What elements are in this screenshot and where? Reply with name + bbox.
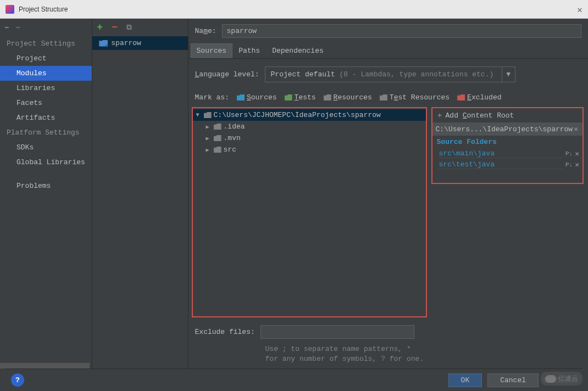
- sidebar-item-artifacts[interactable]: Artifacts: [0, 110, 92, 125]
- sidebar-item-modules[interactable]: Modules: [0, 66, 92, 81]
- tree-item-mvn[interactable]: ▶ .mvn: [193, 132, 426, 144]
- help-button[interactable]: ?: [11, 373, 24, 387]
- remove-folder-icon[interactable]: ✕: [574, 160, 580, 169]
- module-tabs: Sources Paths Dependencies: [188, 43, 588, 59]
- tree-label: .mvn: [224, 134, 241, 142]
- source-folders-header: Source Folders: [432, 136, 583, 148]
- section-platform-settings: Platform Settings: [0, 125, 92, 140]
- resources-folder-icon: [324, 94, 331, 100]
- tests-folder-icon: [285, 94, 292, 100]
- exclude-files-label: Exclude files:: [195, 328, 255, 336]
- mark-as-label: Mark as:: [195, 93, 229, 102]
- module-folder-icon: [99, 40, 108, 47]
- section-project-settings: Project Settings: [0, 36, 92, 51]
- scrollbar[interactable]: [0, 363, 90, 368]
- mark-excluded-button[interactable]: Excluded: [457, 93, 501, 102]
- plus-icon: ＋: [436, 110, 443, 120]
- test-resources-folder-icon: [380, 94, 387, 100]
- tab-dependencies[interactable]: Dependencies: [266, 43, 330, 58]
- app-icon: [5, 5, 14, 14]
- content-root-row[interactable]: C:\Users...\IdeaProjects\sparrow ✕: [432, 122, 583, 136]
- folder-icon: [214, 135, 221, 141]
- exclude-files-input[interactable]: [260, 325, 414, 339]
- excluded-folder-icon: [457, 94, 465, 100]
- remove-folder-icon[interactable]: ✕: [574, 149, 580, 158]
- add-content-root-label: Add Content Root: [446, 111, 514, 120]
- content-root-path: C:\Users...\IdeaProjects\sparrow: [436, 125, 573, 133]
- add-content-root-button[interactable]: ＋ Add Content Root: [432, 108, 583, 122]
- folder-icon: [214, 124, 221, 130]
- sidebar-item-facets[interactable]: Facets: [0, 96, 92, 110]
- close-icon[interactable]: ✕: [577, 4, 583, 15]
- exclude-hint: Use ; to separate name patterns, * for a…: [188, 344, 588, 368]
- sidebar-item-project[interactable]: Project: [0, 51, 92, 66]
- module-list: + − ⧉ sparrow: [92, 19, 188, 368]
- name-input[interactable]: [222, 24, 581, 38]
- folder-icon: [214, 147, 221, 153]
- language-level-value: Project default: [271, 70, 340, 79]
- copy-module-icon[interactable]: ⧉: [126, 23, 132, 32]
- source-folder-label: src\main\java: [439, 149, 562, 158]
- sources-folder-icon: [237, 94, 245, 100]
- language-level-select[interactable]: Project default (8 - Lambdas, type annot…: [265, 66, 515, 82]
- mark-resources-button[interactable]: Resources: [324, 93, 372, 102]
- nav-back-icon[interactable]: ⬅: [4, 23, 9, 32]
- tree-item-src[interactable]: ▶ src: [193, 144, 426, 155]
- caret-right-icon[interactable]: ▶: [206, 147, 212, 153]
- sidebar-item-libraries[interactable]: Libraries: [0, 81, 92, 96]
- source-tree: ▼ C:\Users\JCJHOMEPC\IdeaProjects\sparro…: [192, 107, 427, 317]
- watermark: 亿速云: [541, 372, 583, 386]
- sidebar-item-sdks[interactable]: SDKs: [0, 140, 92, 155]
- mark-test-resources-button[interactable]: Test Resources: [380, 93, 450, 102]
- mark-sources-button[interactable]: Sources: [237, 93, 277, 102]
- cancel-button[interactable]: Cancel: [487, 373, 539, 387]
- watermark-text: 亿速云: [558, 374, 578, 383]
- chevron-down-icon[interactable]: ▼: [502, 67, 515, 82]
- module-item-sparrow[interactable]: sparrow: [92, 36, 187, 50]
- titlebar: Project Structure ✕: [0, 0, 588, 19]
- ok-button[interactable]: OK: [448, 373, 482, 387]
- source-folder-label: src\test\java: [439, 160, 562, 169]
- language-level-label: Language level:: [195, 70, 259, 79]
- module-label: sparrow: [111, 39, 141, 47]
- caret-right-icon[interactable]: ▶: [206, 135, 212, 142]
- remove-module-icon[interactable]: −: [112, 22, 118, 33]
- dialog-footer: ? OK Cancel: [5, 368, 583, 391]
- tree-item-idea[interactable]: ▶ .idea: [193, 121, 426, 132]
- properties-icon[interactable]: P↓: [564, 150, 574, 157]
- tree-root-label: C:\Users\JCJHOMEPC\IdeaProjects\sparrow: [214, 111, 381, 119]
- tree-label: .idea: [224, 122, 245, 131]
- tree-root[interactable]: ▼ C:\Users\JCJHOMEPC\IdeaProjects\sparro…: [193, 109, 426, 121]
- sidebar-item-problems[interactable]: Problems: [0, 178, 92, 193]
- add-module-icon[interactable]: +: [97, 22, 103, 33]
- content-roots-panel: ＋ Add Content Root C:\Users...\IdeaProje…: [431, 107, 584, 184]
- content-panel: Name: Sources Paths Dependencies Languag…: [188, 19, 588, 368]
- name-label: Name:: [195, 27, 217, 35]
- source-folder-test[interactable]: src\test\java P↓ ✕: [432, 159, 583, 170]
- language-level-hint: (8 - Lambdas, type annotations etc.): [339, 70, 493, 79]
- nav-forward-icon[interactable]: ➡: [15, 23, 20, 32]
- folder-icon: [204, 112, 212, 118]
- sidebar: ⬅ ➡ Project Settings Project Modules Lib…: [0, 19, 92, 368]
- tab-paths[interactable]: Paths: [232, 43, 266, 58]
- tree-label: src: [224, 146, 236, 154]
- source-folder-main[interactable]: src\main\java P↓ ✕: [432, 148, 583, 159]
- remove-root-icon[interactable]: ✕: [573, 125, 579, 133]
- window-title: Project Structure: [19, 5, 68, 13]
- caret-down-icon[interactable]: ▼: [196, 112, 202, 118]
- cloud-icon: [545, 375, 556, 383]
- properties-icon[interactable]: P↓: [564, 161, 574, 168]
- tab-sources[interactable]: Sources: [191, 43, 233, 58]
- mark-tests-button[interactable]: Tests: [285, 93, 316, 102]
- sidebar-item-global-libs[interactable]: Global Libraries: [0, 155, 92, 170]
- caret-right-icon[interactable]: ▶: [206, 124, 212, 130]
